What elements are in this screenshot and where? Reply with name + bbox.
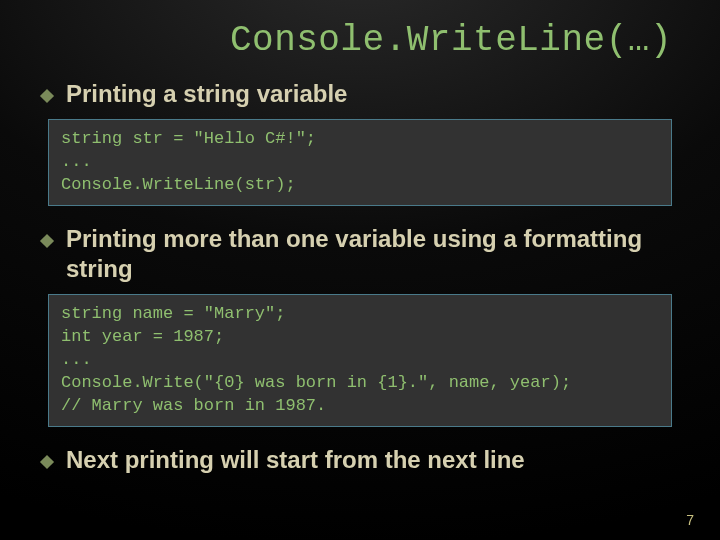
- code-block: string str = "Hello C#!"; ... Console.Wr…: [48, 119, 672, 206]
- bullet-item: Printing more than one variable using a …: [42, 224, 672, 284]
- bullet-item: Printing a string variable: [42, 79, 672, 109]
- diamond-icon: [40, 454, 54, 468]
- bullet-text: Printing a string variable: [66, 79, 347, 109]
- slide: Console.WriteLine(…) Printing a string v…: [0, 0, 720, 505]
- bullet-text: Next printing will start from the next l…: [66, 445, 525, 475]
- page-number: 7: [686, 512, 694, 528]
- diamond-icon: [40, 234, 54, 248]
- bullet-text: Printing more than one variable using a …: [66, 224, 672, 284]
- slide-title: Console.WriteLine(…): [48, 20, 672, 61]
- code-block: string name = "Marry"; int year = 1987; …: [48, 294, 672, 427]
- bullet-item: Next printing will start from the next l…: [42, 445, 672, 475]
- diamond-icon: [40, 89, 54, 103]
